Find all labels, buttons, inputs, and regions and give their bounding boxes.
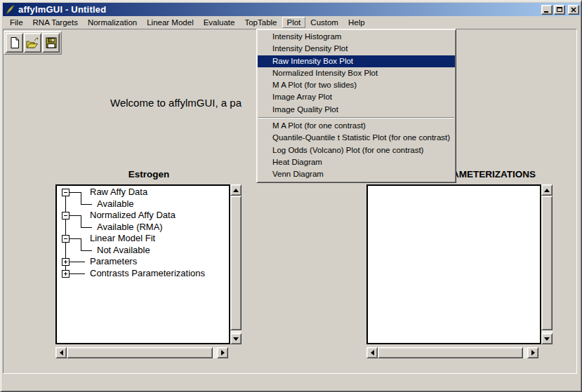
tree-expander-minus[interactable] bbox=[62, 189, 70, 196]
tree-expander-plus[interactable] bbox=[62, 270, 70, 278]
tree-node-parameters[interactable]: Parameters bbox=[90, 256, 137, 267]
menu-item-ma-plot-two-slides[interactable]: M A Plot (for two slides) bbox=[258, 79, 455, 91]
maximize-button[interactable] bbox=[554, 5, 565, 15]
plus-icon bbox=[65, 272, 66, 276]
tree-branch-line bbox=[70, 273, 85, 274]
menu-item-venn-diagram[interactable]: Venn Diagram bbox=[258, 168, 455, 180]
arrow-up-icon bbox=[233, 189, 239, 192]
scroll-right-button[interactable] bbox=[217, 347, 228, 358]
menu-item-heat-diagram[interactable]: Heat Diagram bbox=[258, 156, 455, 168]
arrow-down-icon bbox=[544, 337, 550, 341]
titlebar[interactable]: affylmGUI - Untitled bbox=[3, 3, 581, 16]
menu-custom[interactable]: Custom bbox=[305, 17, 343, 28]
menu-item-normalized-intensity-box-plot[interactable]: Normalized Intensity Box Plot bbox=[258, 67, 455, 79]
menu-item-intensity-density-plot[interactable]: Intensity Density Plot bbox=[258, 43, 455, 55]
scroll-left-button[interactable] bbox=[55, 347, 67, 358]
open-file-button[interactable] bbox=[24, 33, 41, 53]
right-panel-title: AMETERIZATIONS bbox=[452, 169, 536, 180]
menu-rna-targets[interactable]: RNA Targets bbox=[28, 17, 83, 28]
menubar: File RNA Targets Normalization Linear Mo… bbox=[3, 15, 581, 29]
new-file-button[interactable] bbox=[6, 33, 23, 53]
arrow-right-icon bbox=[531, 350, 535, 356]
open-folder-icon bbox=[25, 36, 40, 50]
tree-branch-line bbox=[70, 192, 81, 193]
scrollbar-thumb[interactable] bbox=[67, 347, 213, 358]
scroll-up-button[interactable] bbox=[230, 184, 242, 196]
tree-node-contrasts-parameterizations[interactable]: Contrasts Parameterizations bbox=[90, 268, 205, 279]
menu-separator bbox=[258, 117, 454, 119]
plus-icon bbox=[65, 260, 66, 264]
scrollbar-thumb[interactable] bbox=[230, 196, 242, 330]
tree-branch-line bbox=[70, 238, 81, 239]
minus-icon bbox=[64, 238, 67, 239]
tree-node-available[interactable]: Available bbox=[97, 198, 134, 210]
menu-toptable[interactable]: TopTable bbox=[239, 17, 282, 28]
scroll-down-button[interactable] bbox=[230, 333, 242, 344]
tree-node-normalized-affy-data[interactable]: Normalized Affy Data bbox=[90, 210, 176, 221]
tree-branch-line bbox=[70, 215, 81, 216]
tree-expander-minus[interactable] bbox=[62, 235, 70, 243]
minus-icon bbox=[64, 215, 67, 216]
left-panel-title: Estrogen bbox=[55, 169, 242, 180]
left-horizontal-scrollbar[interactable] bbox=[55, 347, 228, 358]
tree-branch-line bbox=[81, 192, 81, 205]
window-title: affylmGUI - Untitled bbox=[18, 4, 540, 15]
menu-item-ma-plot-one-contrast[interactable]: M A Plot (for one contrast) bbox=[258, 120, 455, 132]
welcome-text: Welcome to affylmGUI, a pa bbox=[110, 97, 242, 109]
arrow-right-icon bbox=[221, 350, 225, 356]
tree-expander-plus[interactable] bbox=[62, 258, 70, 266]
minimize-icon bbox=[544, 11, 548, 13]
status-tree: Raw Affy Data Available Normalized Affy … bbox=[57, 186, 229, 343]
menu-item-image-array-plot[interactable]: Image Array Plot bbox=[258, 91, 455, 103]
tree-node-not-available[interactable]: Not Available bbox=[97, 245, 150, 256]
tree-branch-line bbox=[81, 238, 81, 251]
arrow-left-icon bbox=[371, 350, 374, 356]
right-horizontal-scrollbar[interactable] bbox=[366, 347, 538, 358]
tree-branch-line bbox=[70, 262, 85, 262]
contrasts-listbox[interactable] bbox=[366, 184, 541, 344]
tree-node-raw-affy-data[interactable]: Raw Affy Data bbox=[90, 187, 147, 198]
menu-item-intensity-histogram[interactable]: Intensity Histogram bbox=[258, 31, 455, 43]
tree-node-linear-model-fit[interactable]: Linear Model Fit bbox=[90, 233, 155, 244]
minimize-button[interactable] bbox=[541, 5, 553, 15]
maximize-icon bbox=[557, 7, 562, 12]
minus-icon bbox=[64, 192, 67, 193]
plot-dropdown-menu: Intensity Histogram Intensity Density Pl… bbox=[256, 29, 456, 183]
close-icon bbox=[571, 7, 576, 13]
menu-item-raw-intensity-box-plot[interactable]: Raw Intensity Box Plot bbox=[258, 55, 455, 67]
toolbar bbox=[4, 31, 62, 55]
arrow-left-icon bbox=[60, 350, 63, 356]
tree-branch-line bbox=[81, 227, 92, 228]
arrow-down-icon bbox=[233, 337, 239, 341]
menu-item-log-odds-volcano-plot[interactable]: Log Odds (Volcano) Plot (for one contras… bbox=[258, 144, 455, 156]
scrollbar-thumb[interactable] bbox=[541, 196, 553, 330]
tree-branch-line bbox=[81, 250, 92, 251]
menu-item-image-quality-plot[interactable]: Image Quality Plot bbox=[258, 104, 455, 116]
tree-branch-line bbox=[81, 204, 92, 205]
menu-file[interactable]: File bbox=[5, 17, 28, 28]
application-window: affylmGUI - Untitled File RNA Targets No… bbox=[0, 0, 582, 392]
right-vertical-scrollbar[interactable] bbox=[541, 184, 553, 344]
tree-expander-minus[interactable] bbox=[62, 212, 70, 219]
close-button[interactable] bbox=[568, 5, 579, 15]
save-floppy-icon bbox=[45, 36, 58, 49]
scroll-left-button[interactable] bbox=[366, 347, 378, 358]
status-tree-listbox[interactable]: Raw Affy Data Available Normalized Affy … bbox=[55, 184, 230, 344]
arrow-up-icon bbox=[544, 189, 550, 192]
scroll-right-button[interactable] bbox=[527, 347, 538, 358]
scroll-up-button[interactable] bbox=[541, 184, 553, 196]
menu-evaluate[interactable]: Evaluate bbox=[199, 17, 240, 28]
scrollbar-thumb[interactable] bbox=[378, 347, 523, 358]
left-vertical-scrollbar[interactable] bbox=[230, 184, 242, 344]
scroll-down-button[interactable] bbox=[541, 333, 553, 344]
menu-item-qq-t-statistic-plot[interactable]: Quantile-Quantile t Statistic Plot (for … bbox=[258, 132, 455, 144]
menu-plot[interactable]: Plot bbox=[282, 17, 306, 28]
new-document-icon bbox=[8, 36, 21, 49]
menu-linear-model[interactable]: Linear Model bbox=[142, 17, 198, 28]
tree-node-available-rma[interactable]: Available (RMA) bbox=[97, 222, 163, 233]
menu-help[interactable]: Help bbox=[343, 17, 370, 28]
save-file-button[interactable] bbox=[42, 33, 60, 53]
menu-normalization[interactable]: Normalization bbox=[83, 17, 142, 28]
app-feather-icon bbox=[5, 4, 15, 15]
tree-branch-line bbox=[81, 215, 81, 228]
